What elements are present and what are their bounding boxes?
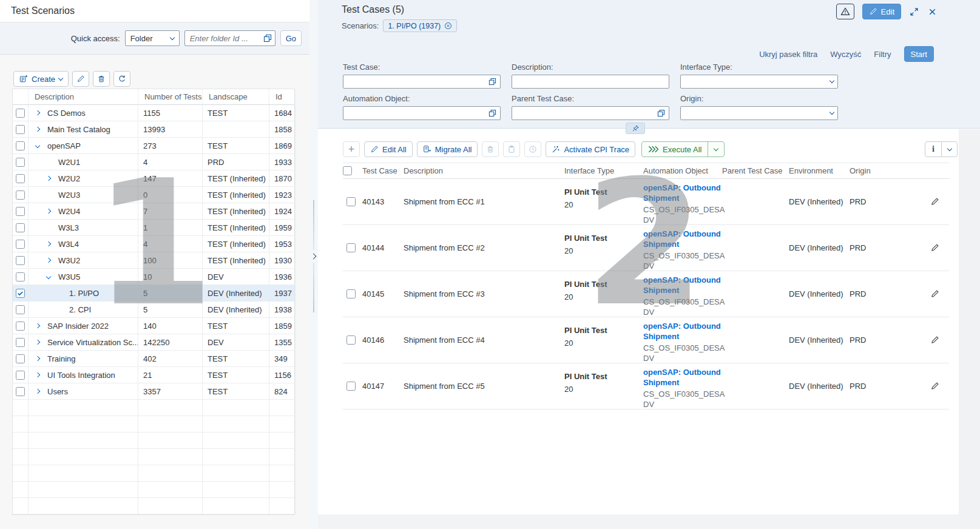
row-checkbox[interactable] — [16, 289, 25, 298]
execute-all-button[interactable]: Execute All — [642, 142, 708, 157]
column-header-test-case[interactable]: Test Case — [362, 166, 404, 175]
expand-arrow-icon[interactable] — [46, 274, 51, 279]
test-case-filter-input[interactable] — [343, 75, 501, 89]
scenario-row[interactable]: SAP Insider 2022 140 TEST 1859 — [13, 318, 294, 334]
scenario-row[interactable]: Main Test Catalog 13993 1858 — [13, 121, 294, 138]
row-checkbox[interactable] — [346, 335, 356, 345]
scenario-row[interactable]: 1. PI/PO 5 DEV (Inherited) 1937 — [13, 285, 294, 302]
row-checkbox[interactable] — [346, 197, 356, 206]
expand-arrow-icon[interactable] — [35, 110, 40, 115]
row-checkbox[interactable] — [16, 141, 25, 150]
scenario-row[interactable]: Users 3357 TEST 824 — [13, 383, 294, 400]
edit-row-button[interactable] — [930, 197, 939, 206]
edit-row-button[interactable] — [930, 289, 939, 298]
row-checkbox[interactable] — [16, 190, 25, 200]
description-filter-input[interactable] — [512, 75, 669, 89]
edit-row-button[interactable] — [930, 382, 939, 391]
expand-arrow-icon[interactable] — [46, 176, 51, 181]
folder-id-input[interactable] — [184, 30, 275, 46]
row-checkbox[interactable] — [16, 109, 25, 118]
automation-object-link[interactable]: openSAP: Outbound Shipment — [643, 229, 722, 249]
delete-scenario-button[interactable] — [93, 71, 110, 87]
edit-row-button[interactable] — [930, 243, 939, 252]
column-header-origin[interactable]: Origin — [850, 166, 892, 175]
parent-test-case-filter-input[interactable] — [512, 106, 669, 120]
scenario-row[interactable]: W3L3 1 TEST (Inherited) 1959 — [13, 220, 294, 236]
row-checkbox[interactable] — [16, 125, 25, 134]
remove-token-icon[interactable] — [444, 22, 452, 30]
activate-cpi-trace-button[interactable]: Activate CPI Trace — [546, 141, 635, 157]
automation-object-link[interactable]: openSAP: Outbound Shipment — [643, 275, 722, 295]
go-button[interactable]: Go — [280, 30, 302, 46]
value-help-icon[interactable] — [488, 78, 496, 86]
scenario-row[interactable]: W2U1 4 PRD 1933 — [13, 154, 294, 170]
scenario-row[interactable]: UI Tools Integration 21 TEST 1156 — [13, 367, 294, 383]
scenario-row[interactable]: W2U3 0 TEST (Inherited) 1923 — [13, 187, 294, 203]
column-header-id[interactable]: Id — [269, 89, 296, 104]
test-case-row[interactable]: 40143 Shipment from ECC #1 PI Unit Test … — [343, 179, 949, 225]
column-header-parent-test-case[interactable]: Parent Test Case — [722, 166, 789, 175]
column-header-landscape[interactable]: Landscape — [203, 89, 269, 104]
scenario-row[interactable]: CS Demos 1155 TEST 1684 — [13, 105, 294, 121]
row-checkbox[interactable] — [16, 158, 25, 167]
messages-button[interactable] — [836, 4, 854, 19]
edit-button[interactable]: Edit — [862, 4, 901, 19]
execute-all-menu-button[interactable] — [708, 142, 724, 157]
scenario-row[interactable]: 2. CPI 5 DEV (Inherited) 1938 — [13, 302, 294, 318]
row-checkbox[interactable] — [16, 223, 25, 232]
expand-arrow-icon[interactable] — [46, 209, 51, 214]
hide-filter-bar-link[interactable]: Ukryj pasek filtra — [759, 50, 817, 59]
scenario-row[interactable]: W2U2 147 TEST (Inherited) 1870 — [13, 170, 294, 187]
scenario-row[interactable]: openSAP 273 TEST 1869 — [13, 138, 294, 154]
expand-arrow-icon[interactable] — [35, 340, 40, 345]
test-case-row[interactable]: 40147 Shipment from ECC #5 PI Unit Test … — [343, 363, 949, 409]
row-checkbox[interactable] — [16, 338, 25, 347]
expand-arrow-icon[interactable] — [35, 356, 40, 361]
row-checkbox[interactable] — [16, 174, 25, 183]
row-checkbox[interactable] — [16, 240, 25, 249]
scenario-row[interactable]: W3L4 4 TEST (Inherited) 1953 — [13, 236, 294, 252]
value-help-icon[interactable] — [657, 109, 665, 117]
column-header-environment[interactable]: Environment — [789, 166, 850, 175]
info-button[interactable]: i — [925, 142, 941, 157]
collapse-panel-icon[interactable] — [311, 254, 317, 260]
expand-arrow-icon[interactable] — [35, 389, 40, 394]
edit-scenario-button[interactable] — [72, 71, 89, 87]
delete-test-case-button[interactable] — [482, 141, 499, 157]
edit-all-button[interactable]: Edit All — [364, 141, 413, 157]
clear-filters-link[interactable]: Wyczyść — [830, 50, 861, 59]
value-help-icon[interactable] — [488, 109, 496, 117]
column-header-number-of-tests[interactable]: Number of Tests — [138, 89, 203, 104]
automation-object-link[interactable]: openSAP: Outbound Shipment — [643, 368, 722, 388]
enter-fullscreen-button[interactable] — [909, 7, 919, 17]
column-header-description[interactable]: Description — [29, 89, 138, 104]
scenario-row[interactable]: W2U4 7 TEST (Inherited) 1924 — [13, 203, 294, 220]
scenario-row[interactable]: Service Virtualization Sc... 142250 DEV … — [13, 334, 294, 351]
expand-arrow-icon[interactable] — [35, 372, 40, 377]
column-header-description[interactable]: Description — [404, 166, 564, 175]
create-button[interactable]: Create — [13, 71, 69, 87]
expand-arrow-icon[interactable] — [35, 323, 40, 328]
row-checkbox[interactable] — [16, 207, 25, 216]
row-checkbox[interactable] — [346, 382, 356, 391]
column-header-interface-type[interactable]: Interface Type — [564, 166, 643, 175]
row-checkbox[interactable] — [16, 305, 25, 314]
row-checkbox[interactable] — [16, 272, 25, 281]
close-panel-button[interactable] — [927, 7, 938, 17]
edit-row-button[interactable] — [930, 335, 939, 345]
automation-object-link[interactable]: openSAP: Outbound Shipment — [643, 183, 722, 203]
pin-filter-bar-button[interactable] — [626, 123, 645, 134]
scenario-row[interactable]: W3U2 100 TEST (Inherited) 1930 — [13, 252, 294, 269]
filters-link[interactable]: Filtry — [874, 50, 891, 59]
info-menu-button[interactable] — [941, 142, 957, 157]
history-button[interactable] — [524, 141, 541, 157]
expand-arrow-icon[interactable] — [35, 143, 40, 148]
scenario-token[interactable]: 1. PI/PO (1937) — [383, 19, 457, 32]
add-test-case-button[interactable]: + — [343, 141, 360, 157]
row-checkbox[interactable] — [16, 256, 25, 265]
refresh-button[interactable] — [113, 71, 130, 87]
automation-object-link[interactable]: openSAP: Outbound Shipment — [643, 322, 722, 342]
panel-splitter[interactable] — [309, 0, 318, 529]
column-header-automation-object[interactable]: Automation Object — [643, 166, 722, 175]
expand-arrow-icon[interactable] — [35, 127, 40, 132]
